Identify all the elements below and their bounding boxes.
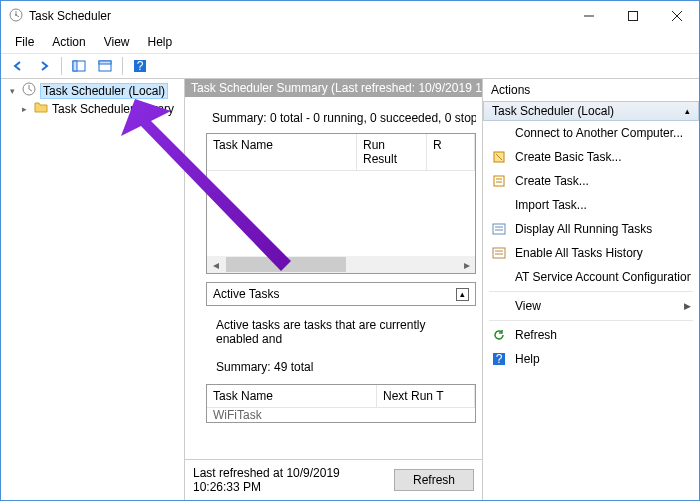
action-refresh[interactable]: Refresh: [483, 323, 699, 347]
grid-body[interactable]: [207, 171, 475, 256]
scrollbar-thumb[interactable]: [226, 257, 346, 272]
blank-icon: [491, 269, 507, 285]
expand-icon[interactable]: ▾: [7, 86, 18, 96]
nav-library[interactable]: ▸ Task Scheduler Library: [1, 100, 184, 117]
folder-icon: [34, 101, 48, 116]
scroll-left-icon[interactable]: ◂: [207, 256, 224, 273]
active-tasks-total: Summary: 49 total: [206, 356, 476, 378]
submenu-arrow-icon: ▶: [684, 301, 691, 311]
refresh-icon: [491, 327, 507, 343]
col-task-name[interactable]: Task Name: [207, 385, 377, 407]
wizard-icon: [491, 149, 507, 165]
horizontal-scrollbar[interactable]: ◂ ▸: [207, 256, 475, 273]
expand-icon[interactable]: ▸: [19, 104, 30, 114]
menu-action[interactable]: Action: [44, 33, 93, 51]
collapse-icon[interactable]: ▴: [456, 288, 469, 301]
active-tasks-header[interactable]: Active Tasks ▴: [206, 282, 476, 306]
nav-root-label: Task Scheduler (Local): [40, 83, 168, 99]
menubar: File Action View Help: [1, 31, 699, 53]
col-task-name[interactable]: Task Name: [207, 134, 357, 170]
actions-title: Actions: [483, 79, 699, 101]
menu-view[interactable]: View: [96, 33, 138, 51]
window-title: Task Scheduler: [29, 9, 567, 23]
nav-tree[interactable]: ▾ Task Scheduler (Local) ▸ Task Schedule…: [1, 79, 185, 500]
back-button[interactable]: [7, 55, 29, 77]
action-display-running[interactable]: Display All Running Tasks: [483, 217, 699, 241]
menu-file[interactable]: File: [7, 33, 42, 51]
close-button[interactable]: [655, 1, 699, 31]
active-tasks-title: Active Tasks: [213, 287, 279, 301]
svg-rect-9: [73, 61, 77, 71]
col-next-run[interactable]: Next Run T: [377, 385, 475, 407]
summary-pane: Task Scheduler Summary (Last refreshed: …: [185, 79, 483, 500]
action-create-basic-task[interactable]: Create Basic Task...: [483, 145, 699, 169]
clock-icon: [22, 82, 36, 99]
svg-rect-11: [99, 61, 111, 64]
titlebar: Task Scheduler: [1, 1, 699, 31]
toolbar-show-hide-button[interactable]: [68, 55, 90, 77]
nav-root[interactable]: ▾ Task Scheduler (Local): [1, 81, 184, 100]
last-refreshed-label: Last refreshed at 10/9/2019 10:26:33 PM: [193, 466, 382, 494]
actions-group-header[interactable]: Task Scheduler (Local) ▴: [483, 101, 699, 121]
blank-icon: [491, 298, 507, 314]
action-import-task[interactable]: Import Task...: [483, 193, 699, 217]
svg-rect-18: [494, 176, 504, 186]
action-at-service[interactable]: AT Service Account Configuration: [483, 265, 699, 289]
summary-line: Summary: 0 total - 0 running, 0 succeede…: [206, 101, 476, 133]
history-icon: [491, 245, 507, 261]
blank-icon: [491, 197, 507, 213]
svg-line-16: [29, 89, 32, 91]
svg-rect-24: [493, 248, 505, 258]
toolbar: ?: [1, 53, 699, 79]
blank-icon: [491, 125, 507, 141]
nav-library-label: Task Scheduler Library: [52, 102, 174, 116]
col-extra[interactable]: R: [427, 134, 475, 170]
app-icon: [9, 8, 23, 25]
actions-pane: Actions Task Scheduler (Local) ▴ Connect…: [483, 79, 699, 500]
action-view[interactable]: View ▶: [483, 294, 699, 318]
forward-button[interactable]: [33, 55, 55, 77]
status-bar: Last refreshed at 10/9/2019 10:26:33 PM …: [185, 459, 482, 500]
svg-rect-5: [629, 12, 638, 21]
menu-help[interactable]: Help: [140, 33, 181, 51]
svg-rect-21: [493, 224, 505, 234]
collapse-icon[interactable]: ▴: [685, 106, 690, 116]
scroll-right-icon[interactable]: ▸: [458, 256, 475, 273]
active-tasks-grid: Task Name Next Run T WiFiTask: [206, 384, 476, 423]
toolbar-help-button[interactable]: ?: [129, 55, 151, 77]
minimize-button[interactable]: [567, 1, 611, 31]
actions-group-label: Task Scheduler (Local): [492, 104, 614, 118]
action-connect[interactable]: Connect to Another Computer...: [483, 121, 699, 145]
svg-text:?: ?: [496, 352, 503, 366]
list-icon: [491, 221, 507, 237]
action-help[interactable]: ? Help: [483, 347, 699, 371]
summary-header: Task Scheduler Summary (Last refreshed: …: [185, 79, 482, 97]
task-icon: [491, 173, 507, 189]
help-icon: ?: [491, 351, 507, 367]
action-create-task[interactable]: Create Task...: [483, 169, 699, 193]
col-run-result[interactable]: Run Result: [357, 134, 427, 170]
maximize-button[interactable]: [611, 1, 655, 31]
refresh-button[interactable]: Refresh: [394, 469, 474, 491]
active-tasks-desc: Active tasks are tasks that are currentl…: [206, 314, 476, 350]
toolbar-properties-button[interactable]: [94, 55, 116, 77]
task-status-grid: Task Name Run Result R ◂ ▸: [206, 133, 476, 274]
svg-text:?: ?: [137, 59, 144, 73]
svg-line-3: [16, 15, 19, 17]
active-row[interactable]: WiFiTask: [207, 408, 475, 422]
action-enable-history[interactable]: Enable All Tasks History: [483, 241, 699, 265]
